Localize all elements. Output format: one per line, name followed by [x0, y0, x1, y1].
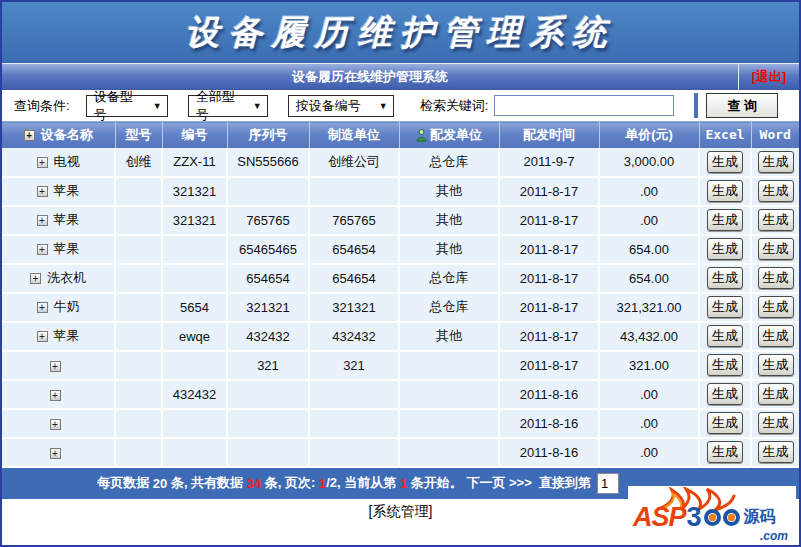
cell-dispatch_unit: 总仓库 — [399, 293, 499, 322]
expand-row-icon[interactable]: + — [50, 448, 61, 459]
word-generate-button[interactable]: 生成 — [758, 180, 794, 202]
cell-name: + — [2, 438, 115, 467]
cell-word: 生成 — [751, 380, 799, 409]
expand-row-icon[interactable]: + — [37, 302, 48, 313]
next-page-link[interactable]: 下一页 >>> — [466, 474, 531, 492]
search-button[interactable]: 查 询 — [706, 93, 778, 118]
cell-serial: 321321 — [227, 293, 309, 322]
cell-model — [115, 293, 162, 322]
cell-manufacturer: 654654 — [309, 235, 399, 264]
expand-row-icon[interactable]: + — [37, 215, 48, 226]
excel-generate-button[interactable]: 生成 — [707, 238, 743, 260]
logout-link[interactable]: [退出] — [739, 64, 799, 90]
device-model-select[interactable]: 设备型号 ▼ — [86, 95, 168, 117]
cell-serial: SN555666 — [227, 148, 309, 177]
cell-serial — [227, 177, 309, 206]
table-row: +苹果ewqe432432432432其他2011-8-1743,432.00生… — [2, 322, 799, 351]
pagination-segment: 条, 共有数据 — [167, 474, 246, 492]
cell-word: 生成 — [751, 351, 799, 380]
banner: 设备履历维护管理系统 — [2, 2, 799, 63]
word-generate-button[interactable]: 生成 — [758, 296, 794, 318]
expand-row-icon[interactable]: + — [50, 361, 61, 372]
cell-dispatch_date: 2011-8-16 — [499, 380, 599, 409]
excel-generate-button[interactable]: 生成 — [707, 354, 743, 376]
cell-excel: 生成 — [699, 438, 751, 467]
goto-page-input[interactable] — [597, 473, 619, 494]
expand-row-icon[interactable]: + — [37, 157, 48, 168]
system-admin-link[interactable]: [系统管理] — [369, 503, 433, 521]
excel-generate-button[interactable]: 生成 — [707, 151, 743, 173]
device-name: 苹果 — [54, 212, 80, 227]
table-row: +4324322011-8-16.00生成生成 — [2, 380, 799, 409]
logo-zero-icon — [723, 509, 740, 526]
cell-price: .00 — [599, 380, 699, 409]
col-header-price: 单价(元) — [599, 122, 699, 148]
excel-generate-button[interactable]: 生成 — [707, 441, 743, 463]
cell-model — [115, 438, 162, 467]
total-count: 34 — [247, 476, 261, 491]
all-models-select[interactable]: 全部型号 ▼ — [188, 95, 268, 117]
logo-cn-text: 源码 — [744, 507, 776, 528]
cell-dispatch_unit: 其他 — [399, 177, 499, 206]
excel-generate-button[interactable]: 生成 — [707, 296, 743, 318]
word-generate-button[interactable]: 生成 — [758, 325, 794, 347]
cell-name: + — [2, 409, 115, 438]
expand-row-icon[interactable]: + — [37, 331, 48, 342]
cell-serial — [227, 380, 309, 409]
cell-name: +苹果 — [2, 177, 115, 206]
cell-name: +苹果 — [2, 235, 115, 264]
cell-serial: 765765 — [227, 206, 309, 235]
cell-manufacturer: 321321 — [309, 293, 399, 322]
cell-word: 生成 — [751, 409, 799, 438]
expand-row-icon[interactable]: + — [37, 244, 48, 255]
keyword-input[interactable] — [494, 95, 674, 116]
search-mode-select[interactable]: 按设备编号 ▼ — [288, 95, 394, 117]
cell-excel: 生成 — [699, 351, 751, 380]
word-generate-button[interactable]: 生成 — [758, 354, 794, 376]
device-name: 洗衣机 — [47, 270, 86, 285]
cell-serial: 654654 — [227, 264, 309, 293]
word-generate-button[interactable]: 生成 — [758, 383, 794, 405]
expand-row-icon[interactable]: + — [30, 273, 41, 284]
col-header-word: Word — [751, 122, 799, 148]
cell-dispatch_date: 2011-8-17 — [499, 322, 599, 351]
cell-model — [115, 235, 162, 264]
cell-excel: 生成 — [699, 264, 751, 293]
expand-row-icon[interactable]: + — [50, 419, 61, 430]
word-generate-button[interactable]: 生成 — [758, 238, 794, 260]
table-body: +电视创维ZZX-11SN555666创维公司总仓库2011-9-73,000.… — [2, 148, 799, 467]
word-generate-button[interactable]: 生成 — [758, 267, 794, 289]
cell-dispatch_date: 2011-8-16 — [499, 438, 599, 467]
cell-name: + — [2, 380, 115, 409]
cell-model — [115, 322, 162, 351]
cell-name: + — [2, 351, 115, 380]
cell-model — [115, 380, 162, 409]
word-generate-button[interactable]: 生成 — [758, 412, 794, 434]
cell-model — [115, 409, 162, 438]
word-generate-button[interactable]: 生成 — [758, 209, 794, 231]
excel-generate-button[interactable]: 生成 — [707, 325, 743, 347]
cell-dispatch_unit: 其他 — [399, 235, 499, 264]
cell-price: .00 — [599, 177, 699, 206]
cell-code: ZZX-11 — [162, 148, 227, 177]
expand-all-icon[interactable]: + — [24, 130, 35, 141]
excel-generate-button[interactable]: 生成 — [707, 209, 743, 231]
word-generate-button[interactable]: 生成 — [758, 441, 794, 463]
excel-generate-button[interactable]: 生成 — [707, 180, 743, 202]
word-generate-button[interactable]: 生成 — [758, 151, 794, 173]
table-row: +苹果321321765765765765其他2011-8-17.00生成生成 — [2, 206, 799, 235]
table-header-row: +设备名称 型号 编号 序列号 制造单位 配发单位 配发时间 单价(元) Exc… — [2, 122, 799, 148]
excel-generate-button[interactable]: 生成 — [707, 267, 743, 289]
cell-serial — [227, 438, 309, 467]
expand-row-icon[interactable]: + — [37, 186, 48, 197]
expand-row-icon[interactable]: + — [50, 390, 61, 401]
cell-price: 3,000.00 — [599, 148, 699, 177]
cell-serial: 432432 — [227, 322, 309, 351]
excel-generate-button[interactable]: 生成 — [707, 412, 743, 434]
select-value: 全部型号 — [196, 88, 245, 124]
cell-price: .00 — [599, 206, 699, 235]
query-condition-label: 查询条件: — [14, 97, 70, 115]
excel-generate-button[interactable]: 生成 — [707, 383, 743, 405]
col-header-excel: Excel — [699, 122, 751, 148]
dropdown-arrow-icon: ▼ — [253, 101, 262, 111]
